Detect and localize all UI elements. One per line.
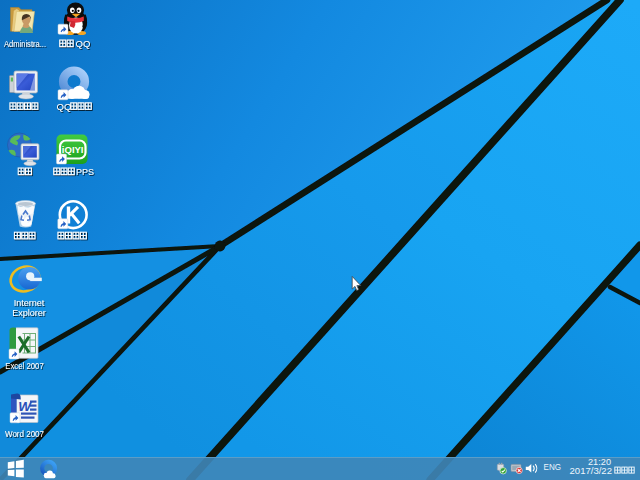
svg-text:2017/3/22: 2017/3/22 [570,466,613,476]
svg-text:Administra...: Administra... [4,39,46,49]
svg-text:W: W [18,399,32,414]
svg-text:iQIYI: iQIYI [62,144,84,155]
svg-text:ENG: ENG [544,462,562,472]
svg-text:Word 2007: Word 2007 [5,429,44,439]
svg-text:QQ: QQ [76,38,91,49]
svg-text:PPS: PPS [76,167,94,177]
svg-text:Excel 2007: Excel 2007 [5,361,44,371]
svg-text:Explorer: Explorer [12,308,46,318]
svg-text:Internet: Internet [14,298,45,308]
svg-text:QQ: QQ [57,101,72,112]
